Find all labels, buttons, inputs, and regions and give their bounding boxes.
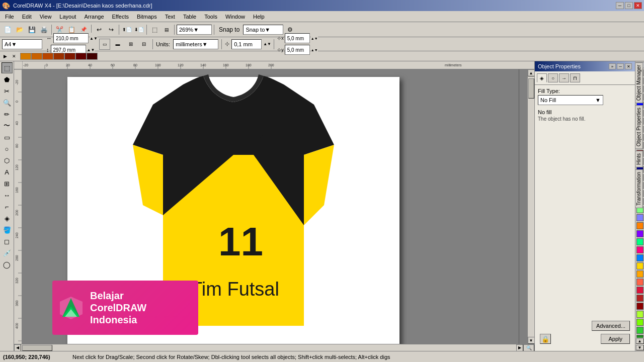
import-button[interactable]: ⬆📄 [121,24,132,35]
menu-window[interactable]: Window [221,13,249,21]
palette-color-21[interactable] [636,238,643,245]
palette-color-33[interactable] [636,335,643,338]
export-button[interactable]: ⬇📄 [133,24,144,35]
panel-expand[interactable]: » [609,63,616,69]
color-tab-brown1[interactable] [53,53,64,60]
freehand-tool[interactable]: ✏ [2,109,13,120]
corners-tab[interactable]: ⊓ [570,73,580,82]
palette-color-29[interactable] [636,303,643,310]
panel-minimize[interactable]: ─ [617,63,624,69]
menu-table[interactable]: Table [179,13,200,21]
outline-tool[interactable]: ◯ [2,259,13,270]
save-button[interactable]: 💾 [26,24,37,35]
menu-view[interactable]: View [36,13,56,21]
scrollbar-vertical[interactable]: ▲ ▼ [527,69,534,344]
palette-scroll-down[interactable]: ▼ [636,345,644,350]
new-button[interactable]: 📄 [2,24,13,35]
palette-color-32[interactable] [636,327,643,334]
menu-edit[interactable]: Edit [18,13,36,21]
tab-play[interactable]: ▶ [1,52,9,60]
redo-button[interactable]: ↪ [106,24,117,35]
zoom-tool[interactable]: 🔍 [2,97,13,108]
menu-tools[interactable]: Tools [200,13,221,21]
scroll-thumb-h[interactable] [22,345,52,351]
palette-color-30[interactable] [636,311,643,318]
panel-close-btn[interactable]: ✕ [625,63,632,69]
menu-file[interactable]: File [1,13,18,21]
portrait-btn[interactable]: ▭ [99,39,110,50]
width-field[interactable]: 210,0 mm [53,33,89,43]
fill-tab[interactable]: ◈ [537,73,547,82]
menu-arrange[interactable]: Arrange [80,13,108,21]
palette-color-28[interactable] [636,295,643,302]
fill-type-dropdown[interactable]: No Fill ▼ [538,95,603,105]
color-tab-orange2[interactable] [31,53,42,60]
minimize-button[interactable]: ─ [616,2,624,9]
maximize-button[interactable]: □ [625,2,633,9]
scroll-down-btn[interactable]: ▼ [528,337,535,344]
bleed-btn[interactable]: ⊟ [138,39,149,50]
landscape-btn[interactable]: ▬ [112,39,123,50]
align-button[interactable]: ▤ [161,24,172,35]
step-arrows[interactable]: ▲▼ [264,39,271,50]
palette-color-26[interactable] [636,279,643,286]
palette-color-27[interactable] [636,287,643,294]
gridx-arrows[interactable]: ▲▼ [311,33,318,44]
zoom-canvas-btn[interactable]: 🔍 [523,344,534,351]
scrollbar-horizontal[interactable]: ◀ ▶ 🔍 [14,344,534,351]
fill-tool[interactable]: 🪣 [2,224,13,235]
canvas-drawing-area[interactable]: 11 Tim Futsal [22,69,527,344]
menu-text[interactable]: Text [161,13,179,21]
shape-tool[interactable]: ⬟ [2,74,13,85]
color-tab-brown2[interactable] [64,53,75,60]
side-tab-object-properties[interactable]: Object Properties [635,105,643,149]
color-tab-dark1[interactable] [87,53,98,60]
tab-close[interactable]: ✕ [10,52,18,60]
units-dropdown[interactable]: millimeters ▼ [173,39,218,49]
blend-tool[interactable]: ◈ [2,213,13,224]
connector-tool[interactable]: ⌐ [2,201,13,212]
page-layout-btn[interactable]: ⊞ [125,39,136,50]
gridy-arrows[interactable]: ▲▼ [311,44,318,55]
table-tool[interactable]: ⊞ [2,178,13,189]
gridx-field[interactable]: 5,0 mm [285,33,310,43]
outline-tab[interactable]: ○ [548,73,558,82]
step-field[interactable]: 0,1 mm [231,39,262,49]
scroll-up-btn[interactable]: ▲ [528,69,535,76]
interactive-tool[interactable]: ◻ [2,236,13,247]
crop-tool[interactable]: ✂ [2,85,13,97]
palette-color-31[interactable] [636,319,643,326]
transform-button[interactable]: ⬚ [149,24,160,35]
side-tab-object-manager[interactable]: Object Manager [635,62,643,103]
scroll-right-btn[interactable]: ▶ [516,344,523,351]
gridy-field[interactable]: 5,0 mm [285,45,310,55]
ellipse-tool[interactable]: ○ [2,143,13,154]
palette-color-22[interactable] [636,246,643,253]
color-tab-orange1[interactable] [20,53,31,60]
menu-layout[interactable]: Layout [55,13,80,21]
menu-bitmaps[interactable]: Bitmaps [133,13,161,21]
color-eyedrop[interactable]: 💉 [2,247,13,258]
scroll-left-btn[interactable]: ◀ [14,344,21,351]
dimension-tool[interactable]: ↔ [2,190,13,201]
palette-color-20[interactable] [636,230,643,237]
palette-scroll-up[interactable]: ▲ [636,338,644,344]
palette-color-23[interactable] [636,254,643,261]
palette-color-25[interactable] [636,270,643,278]
side-tab-hints[interactable]: Hints [635,151,643,167]
zoom-dropdown[interactable]: 269% ▼ [177,25,212,35]
select-tool[interactable]: ⬚ [2,62,13,73]
palette-color-19[interactable] [636,222,643,229]
palette-color-18[interactable] [636,214,643,221]
apply-button[interactable]: Apply [601,334,630,344]
lock-button[interactable]: 🔒 [540,334,551,344]
color-tab-orange3[interactable] [42,53,53,60]
palette-color-24[interactable] [636,262,643,269]
arrows-tab[interactable]: → [559,73,569,82]
polygon-tool[interactable]: ⬡ [2,155,13,166]
color-tab-brown3[interactable] [75,53,87,60]
open-button[interactable]: 📂 [14,24,25,35]
rectangle-tool[interactable]: ▭ [2,132,13,143]
advanced-button[interactable]: Advanced... [592,321,630,331]
side-tab-transformation[interactable]: Transformation [635,169,643,208]
